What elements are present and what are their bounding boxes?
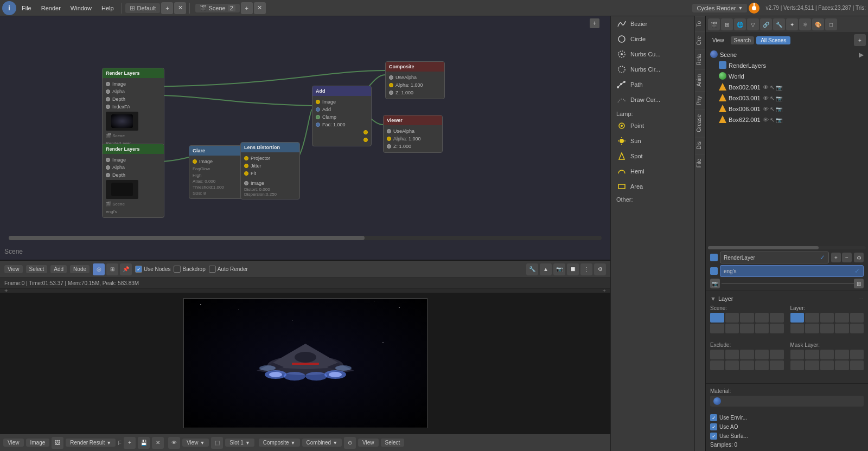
add-to-tree-button[interactable]: +: [854, 34, 866, 46]
side-tab-rela[interactable]: Rela: [695, 49, 705, 70]
prop-constraints-icon[interactable]: 🔗: [760, 18, 772, 30]
close-workspace-button[interactable]: ✕: [174, 2, 186, 14]
view-button[interactable]: View: [4, 265, 23, 273]
layer-cell-10[interactable]: [850, 324, 864, 333]
excl-cell-1[interactable]: [710, 350, 724, 359]
mask-cell-10[interactable]: [850, 360, 864, 370]
node-editor-scrollbar[interactable]: [9, 236, 602, 240]
mask-cell-6[interactable]: [790, 360, 805, 370]
close-render-button[interactable]: ✕: [152, 437, 164, 449]
scene-cell-4[interactable]: [755, 313, 769, 323]
menu-sun[interactable]: Sun: [611, 133, 693, 149]
compositor-mode-icon[interactable]: ◎: [93, 263, 105, 275]
side-tab-to[interactable]: To: [695, 16, 705, 31]
menu-hemi[interactable]: Hemi: [611, 164, 693, 179]
side-tab-dis[interactable]: Dis: [695, 137, 705, 153]
settings-button[interactable]: ⚙: [594, 263, 606, 275]
mask-cell-7[interactable]: [805, 360, 819, 370]
node-mode-icon[interactable]: ⊞: [106, 263, 118, 275]
mask-cell-4[interactable]: [835, 350, 849, 359]
workspace-selector[interactable]: ⊞ Default: [125, 3, 161, 13]
excl-cell-8[interactable]: [740, 360, 754, 370]
layer-cell-6[interactable]: [790, 324, 805, 333]
remove-render-layer-button[interactable]: −: [842, 253, 852, 262]
add-scene-button[interactable]: +: [241, 2, 253, 14]
node-canvas[interactable]: Render Layers Image Alpha Depth IndexFA …: [0, 16, 610, 260]
side-tab-file[interactable]: File: [695, 154, 705, 172]
mask-cell-9[interactable]: [835, 360, 849, 370]
node-render-layers-1[interactable]: Render Layers Image Alpha Depth IndexFA …: [102, 68, 164, 150]
scene-cell-2[interactable]: [725, 313, 739, 323]
view-label-bottom[interactable]: View: [3, 439, 24, 447]
pin-button[interactable]: 🔧: [526, 263, 538, 275]
side-tab-grease[interactable]: Grease: [695, 109, 705, 137]
camera-icon-2[interactable]: 📷: [776, 95, 782, 101]
node-lens-distortion[interactable]: Lens Distortion Projector Jitter Fit Ima…: [240, 142, 300, 199]
cursor-icon-4[interactable]: ↖: [770, 117, 775, 124]
scene-cell-8[interactable]: [740, 324, 754, 333]
prop-material-icon[interactable]: 🎨: [812, 18, 824, 30]
auto-render-checkbox[interactable]: Auto Render: [209, 266, 248, 273]
mask-cell-3[interactable]: [820, 350, 834, 359]
menu-point[interactable]: Point: [611, 118, 693, 133]
scene-cell-3[interactable]: [740, 313, 754, 323]
side-tab-cre[interactable]: Cre: [695, 31, 705, 49]
render-layer-settings-button[interactable]: ⚙: [854, 253, 864, 262]
excl-cell-2[interactable]: [725, 350, 739, 359]
camera-icon-1[interactable]: 📷: [776, 85, 782, 91]
excl-cell-6[interactable]: [710, 360, 724, 370]
file-menu[interactable]: File: [17, 4, 36, 12]
add-node-button[interactable]: +: [590, 18, 599, 28]
use-surfa-checkbox[interactable]: ✓: [710, 433, 717, 440]
render-result-selector[interactable]: Render Result ▼: [66, 439, 116, 447]
mask-cell-2[interactable]: [805, 350, 819, 359]
image-button[interactable]: Image: [26, 439, 50, 447]
cursor-icon-1[interactable]: ↖: [770, 84, 775, 91]
tree-item-box002[interactable]: Box002.001 👁 ↖ 📷: [717, 82, 866, 93]
node-add[interactable]: Add Image Add Clamp Fac: 1.000: [312, 86, 372, 146]
layer-cell-7[interactable]: [805, 324, 819, 333]
add-workspace-button[interactable]: +: [161, 2, 173, 14]
menu-area[interactable]: Area: [611, 179, 693, 194]
use-ao-checkbox[interactable]: ✓: [710, 423, 717, 430]
composite-selector[interactable]: Composite ▼: [259, 439, 300, 447]
save-icon-button[interactable]: 💾: [138, 437, 150, 449]
layer-cell-3[interactable]: [820, 313, 834, 323]
more-button[interactable]: ⋮: [580, 263, 592, 275]
layer-cell-8[interactable]: [820, 324, 834, 333]
scene-tree-item[interactable]: Scene ▶: [708, 49, 866, 60]
crop-button[interactable]: ⬚: [211, 437, 223, 449]
add-button[interactable]: Add: [50, 265, 67, 273]
render-menu[interactable]: Render: [37, 4, 65, 12]
prop-particles-icon[interactable]: ✦: [786, 18, 798, 30]
all-scenes-tab[interactable]: All Scenes: [756, 36, 790, 44]
select-button-bottom[interactable]: Select: [381, 439, 405, 447]
view-button-bottom[interactable]: View ▼: [182, 439, 209, 447]
menu-path[interactable]: Path: [611, 77, 693, 92]
view-mode-button[interactable]: 👁: [168, 437, 180, 449]
scene-cell-9[interactable]: [755, 324, 769, 333]
search-button[interactable]: Search: [731, 36, 755, 44]
side-tab-phy[interactable]: Phy: [695, 91, 705, 109]
select-button[interactable]: Select: [26, 265, 48, 273]
image-type-icon[interactable]: 🖼: [52, 437, 63, 449]
excl-cell-3[interactable]: [740, 350, 754, 359]
camera-button[interactable]: 📷: [553, 263, 565, 275]
menu-draw-curve[interactable]: Draw Cur...: [611, 92, 693, 107]
layer-cell-1[interactable]: [790, 313, 805, 323]
prop-texture-icon[interactable]: □: [825, 18, 837, 30]
eye-icon-4[interactable]: 👁: [763, 117, 769, 123]
scene-cell-6[interactable]: [710, 324, 724, 333]
scene-cell-1[interactable]: [710, 313, 724, 323]
prop-modifier-icon[interactable]: 🔧: [773, 18, 785, 30]
menu-circle[interactable]: Circle: [611, 31, 693, 47]
use-envir-checkbox[interactable]: ✓: [710, 414, 717, 421]
backdrop-checkbox[interactable]: Backdrop: [174, 266, 205, 273]
tree-item-box003[interactable]: Box003.001 👁 ↖ 📷: [717, 93, 866, 104]
grid-button[interactable]: 🔲: [567, 263, 579, 275]
up-button[interactable]: ▲: [540, 263, 552, 275]
mask-cell-1[interactable]: [790, 350, 805, 359]
window-menu[interactable]: Window: [66, 4, 96, 12]
scene-cell-10[interactable]: [770, 324, 784, 333]
excl-cell-5[interactable]: [770, 350, 784, 359]
